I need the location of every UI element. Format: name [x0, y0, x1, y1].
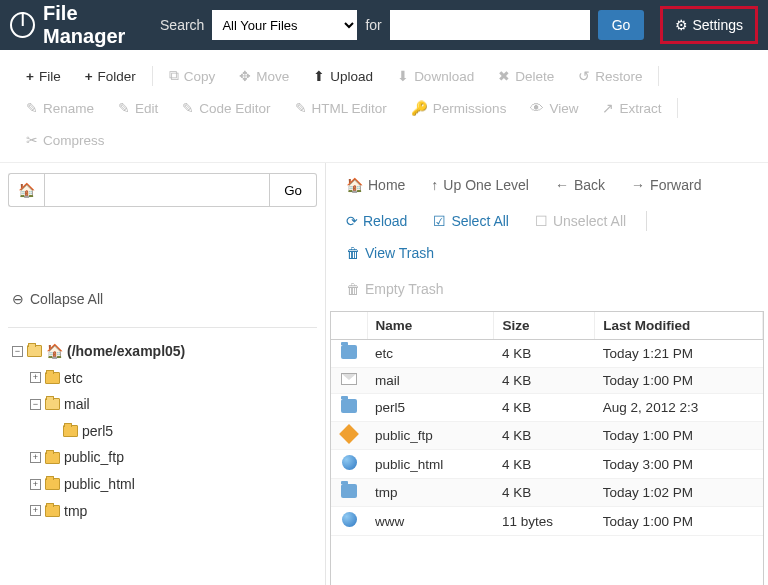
path-go-button[interactable]: Go — [270, 173, 317, 207]
html-editor-button[interactable]: ✎HTML Editor — [283, 92, 399, 124]
plus-icon: + — [26, 69, 34, 84]
col-size[interactable]: Size — [494, 312, 595, 340]
trash-icon: 🗑 — [346, 245, 360, 261]
nav-home-button[interactable]: 🏠Home — [336, 171, 415, 199]
home-icon: 🏠 — [46, 338, 63, 365]
cell-size: 4 KB — [494, 394, 595, 422]
extract-icon: ↗ — [602, 100, 614, 116]
col-icon[interactable] — [331, 312, 367, 340]
cell-modified: Aug 2, 2012 2:3 — [595, 394, 763, 422]
expander-minus-icon[interactable]: − — [30, 399, 41, 410]
settings-button[interactable]: ⚙ Settings — [665, 11, 753, 39]
path-row: 🏠 Go — [8, 173, 317, 207]
compress-button[interactable]: ✂Compress — [14, 124, 117, 156]
file-panel: 🏠Home ↑Up One Level ←Back →Forward ⟳Relo… — [325, 163, 768, 585]
select-all-button[interactable]: ☑Select All — [423, 207, 519, 235]
folder-icon — [45, 452, 60, 464]
search-go-button[interactable]: Go — [598, 10, 645, 40]
tree-item-label: public_html — [64, 471, 135, 498]
table-row[interactable]: etc4 KBToday 1:21 PM — [331, 340, 763, 368]
path-input[interactable] — [44, 173, 270, 207]
tree-item-perl5[interactable]: perl5 — [48, 418, 317, 445]
tree-item-label: tmp — [64, 498, 87, 525]
cell-name: public_ftp — [367, 422, 494, 450]
html-icon: ✎ — [295, 100, 307, 116]
folder-tree: − 🏠 (/home/exampl05) +etc−mailperl5+publ… — [8, 338, 317, 524]
tree-item-public_ftp[interactable]: +public_ftp — [30, 444, 317, 471]
permissions-button[interactable]: 🔑Permissions — [399, 92, 519, 124]
view-button[interactable]: 👁View — [518, 92, 590, 124]
edit-button[interactable]: ✎Edit — [106, 92, 170, 124]
tree-item-etc[interactable]: +etc — [30, 365, 317, 392]
gear-icon: ⚙ — [675, 17, 688, 33]
restore-button[interactable]: ↺Restore — [566, 60, 654, 92]
table-row[interactable]: mail4 KBToday 1:00 PM — [331, 368, 763, 394]
copy-icon: ⧉ — [169, 68, 179, 84]
cell-name: www — [367, 507, 494, 536]
home-icon: 🏠 — [346, 177, 363, 193]
tree-item-label: mail — [64, 391, 90, 418]
table-row[interactable]: tmp4 KBToday 1:02 PM — [331, 479, 763, 507]
table-row[interactable]: public_ftp4 KBToday 1:00 PM — [331, 422, 763, 450]
folder-icon — [45, 505, 60, 517]
tree-item-mail[interactable]: −mail — [30, 391, 317, 418]
tree-item-public_html[interactable]: +public_html — [30, 471, 317, 498]
move-button[interactable]: ✥Move — [227, 60, 301, 92]
reload-button[interactable]: ⟳Reload — [336, 207, 417, 235]
diamond-icon — [339, 424, 359, 444]
folder-icon — [45, 398, 60, 410]
cell-name: tmp — [367, 479, 494, 507]
up-icon: ↑ — [431, 177, 438, 193]
col-name[interactable]: Name — [367, 312, 494, 340]
collapse-icon: ⊖ — [12, 291, 24, 307]
tree-item-tmp[interactable]: +tmp — [30, 498, 317, 525]
expander-plus-icon[interactable]: + — [30, 505, 41, 516]
expander-plus-icon[interactable]: + — [30, 479, 41, 490]
search-label: Search — [160, 17, 204, 33]
download-icon: ⬇ — [397, 68, 409, 84]
code-editor-button[interactable]: ✎Code Editor — [170, 92, 282, 124]
table-row[interactable]: perl54 KBAug 2, 2012 2:3 — [331, 394, 763, 422]
table-row[interactable]: www11 bytesToday 1:00 PM — [331, 507, 763, 536]
cell-name: mail — [367, 368, 494, 394]
cell-size: 4 KB — [494, 340, 595, 368]
cell-name: perl5 — [367, 394, 494, 422]
main-toolbar: +File +Folder ⧉Copy ✥Move ⬆Upload ⬇Downl… — [0, 50, 768, 163]
table-row[interactable]: public_html4 KBToday 3:00 PM — [331, 450, 763, 479]
expander-plus-icon[interactable]: + — [30, 452, 41, 463]
empty-trash-button[interactable]: 🗑Empty Trash — [336, 275, 454, 303]
delete-button[interactable]: ✖Delete — [486, 60, 566, 92]
nav-back-button[interactable]: ←Back — [545, 171, 615, 199]
cpanel-icon — [10, 12, 35, 38]
folder-icon — [45, 372, 60, 384]
move-icon: ✥ — [239, 68, 251, 84]
home-icon: 🏠 — [18, 182, 35, 198]
download-button[interactable]: ⬇Download — [385, 60, 486, 92]
collapse-all-button[interactable]: ⊖ Collapse All — [8, 277, 317, 321]
mail-icon — [341, 373, 357, 385]
app-title: File Manager — [43, 2, 160, 48]
trash-icon: 🗑 — [346, 281, 360, 297]
nav-forward-button[interactable]: →Forward — [621, 171, 711, 199]
upload-button[interactable]: ⬆Upload — [301, 60, 385, 92]
cell-name: etc — [367, 340, 494, 368]
unselect-all-button[interactable]: ☐Unselect All — [525, 207, 636, 235]
col-modified[interactable]: Last Modified — [595, 312, 763, 340]
new-file-button[interactable]: +File — [14, 60, 73, 92]
expander-minus-icon[interactable]: − — [12, 346, 23, 357]
check-icon: ☑ — [433, 213, 446, 229]
file-table: Name Size Last Modified etc4 KBToday 1:2… — [331, 312, 763, 536]
home-path-button[interactable]: 🏠 — [8, 173, 44, 207]
search-scope-select[interactable]: All Your Files — [212, 10, 357, 40]
tree-root[interactable]: − 🏠 (/home/exampl05) — [12, 338, 317, 365]
new-folder-button[interactable]: +Folder — [73, 60, 148, 92]
copy-button[interactable]: ⧉Copy — [157, 60, 228, 92]
extract-button[interactable]: ↗Extract — [590, 92, 673, 124]
view-trash-button[interactable]: 🗑View Trash — [336, 239, 444, 267]
search-input[interactable] — [390, 10, 590, 40]
for-label: for — [365, 17, 381, 33]
folder-icon — [27, 345, 42, 357]
rename-button[interactable]: ✎Rename — [14, 92, 106, 124]
nav-up-button[interactable]: ↑Up One Level — [421, 171, 539, 199]
expander-plus-icon[interactable]: + — [30, 372, 41, 383]
